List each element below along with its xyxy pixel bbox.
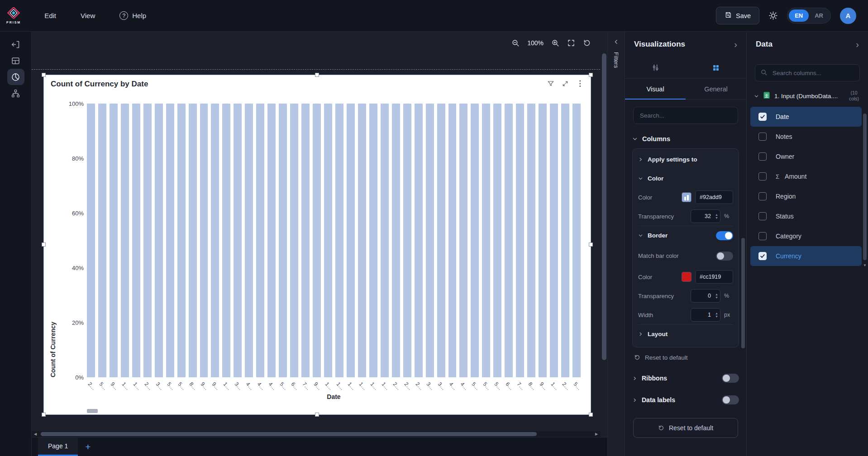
- focus-mode-icon[interactable]: [562, 80, 569, 87]
- bar[interactable]: 7…: [301, 104, 310, 377]
- resize-handle[interactable]: [42, 242, 46, 247]
- bar-rect[interactable]: [200, 104, 208, 377]
- bar-color-hex-input[interactable]: #92add9: [695, 190, 733, 204]
- bar-rect[interactable]: [527, 104, 535, 377]
- border-transparency-input[interactable]: 0 ▲▼: [691, 289, 720, 303]
- bar[interactable]: 8…: [527, 104, 535, 377]
- bar-transparency-input[interactable]: 32 ▲▼: [691, 209, 720, 223]
- bar[interactable]: 1…: [347, 104, 355, 377]
- bar-rect[interactable]: [426, 104, 434, 377]
- bar[interactable]: 8…: [189, 104, 197, 377]
- bar[interactable]: 1…: [132, 104, 140, 377]
- menu-view[interactable]: View: [81, 12, 95, 19]
- bar-rect[interactable]: [471, 104, 479, 377]
- data-labels-section-header[interactable]: Data labels: [632, 389, 739, 411]
- more-options-icon[interactable]: ⋮: [576, 80, 584, 87]
- color-section-header[interactable]: Color: [638, 169, 733, 188]
- border-color-swatch[interactable]: [682, 272, 692, 282]
- bar[interactable]: 3…: [155, 104, 163, 377]
- filter-icon[interactable]: [547, 80, 554, 87]
- bar-rect[interactable]: [381, 104, 389, 377]
- data-panel-scrollbar-thumb[interactable]: [863, 114, 867, 260]
- bar[interactable]: 1…: [222, 104, 230, 377]
- canvas-horizontal-scrollbar-thumb[interactable]: [41, 432, 537, 436]
- bar[interactable]: 2…: [403, 104, 411, 377]
- bar[interactable]: 2…: [415, 104, 423, 377]
- border-width-input[interactable]: 1 ▲▼: [691, 308, 720, 322]
- bar[interactable]: 4…: [245, 104, 253, 377]
- bar-rect[interactable]: [493, 104, 501, 377]
- bar-rect[interactable]: [110, 104, 118, 377]
- field-row-currency[interactable]: Currency: [750, 246, 862, 266]
- bar[interactable]: 5…: [166, 104, 174, 377]
- zoom-out-icon[interactable]: [511, 39, 520, 47]
- bar[interactable]: 2…: [87, 104, 95, 377]
- border-section-header[interactable]: Border: [638, 226, 733, 245]
- bar-rect[interactable]: [98, 104, 106, 377]
- bar-rect[interactable]: [222, 104, 230, 377]
- bar-rect[interactable]: [459, 104, 467, 377]
- bar[interactable]: 2…: [143, 104, 152, 377]
- data-search-input[interactable]: [755, 64, 860, 81]
- bar-rect[interactable]: [177, 104, 186, 377]
- checkbox-unchecked[interactable]: [758, 152, 767, 161]
- bar[interactable]: 3…: [234, 104, 242, 377]
- bar[interactable]: 4…: [256, 104, 264, 377]
- bar[interactable]: 4…: [267, 104, 276, 377]
- bar[interactable]: 6…: [505, 104, 513, 377]
- bar-rect[interactable]: [392, 104, 400, 377]
- columns-section-header[interactable]: Columns: [632, 129, 739, 148]
- filters-label[interactable]: Filters: [613, 52, 620, 68]
- bar-rect[interactable]: [313, 104, 321, 377]
- tab-visual-settings-icon[interactable]: [686, 57, 746, 78]
- stepper-arrows[interactable]: ▲▼: [715, 211, 718, 222]
- theme-toggle-sun-icon[interactable]: [768, 11, 778, 20]
- ribbons-section-header[interactable]: Ribbons: [632, 367, 739, 389]
- bar-rect[interactable]: [143, 104, 152, 377]
- field-row-region[interactable]: Region: [750, 186, 862, 206]
- stepper-arrows[interactable]: ▲▼: [715, 290, 718, 301]
- field-row-owner[interactable]: Owner: [750, 147, 862, 166]
- bar-rect[interactable]: [403, 104, 411, 377]
- tab-visual[interactable]: Visual: [625, 79, 686, 99]
- apply-settings-row[interactable]: Apply settings to: [638, 150, 733, 169]
- bar-rect[interactable]: [121, 104, 129, 377]
- bar[interactable]: 1…: [358, 104, 366, 377]
- field-row-date[interactable]: Date: [750, 107, 862, 127]
- checkbox-unchecked[interactable]: [758, 172, 767, 180]
- language-toggle[interactable]: EN AR: [787, 8, 831, 24]
- stepper-arrows[interactable]: ▲▼: [715, 309, 718, 320]
- add-page-button[interactable]: +: [78, 437, 98, 456]
- bar-rect[interactable]: [87, 104, 95, 377]
- bar[interactable]: 1…: [324, 104, 332, 377]
- scroll-right-arrow[interactable]: ▶: [593, 432, 600, 436]
- fit-to-screen-icon[interactable]: [567, 39, 575, 47]
- bar[interactable]: 5…: [493, 104, 501, 377]
- bar-rect[interactable]: [550, 104, 558, 377]
- bar[interactable]: 5…: [279, 104, 287, 377]
- bar-rect[interactable]: [572, 104, 581, 377]
- tab-general[interactable]: General: [686, 79, 746, 99]
- save-button[interactable]: Save: [716, 7, 759, 24]
- page-tab-1[interactable]: Page 1: [38, 437, 78, 456]
- border-toggle[interactable]: [716, 231, 733, 240]
- checkbox-unchecked[interactable]: [758, 133, 767, 141]
- field-row-status[interactable]: Status: [750, 206, 862, 226]
- resize-handle[interactable]: [315, 413, 319, 417]
- bar[interactable]: 5…: [177, 104, 186, 377]
- bar[interactable]: 7…: [516, 104, 524, 377]
- bar-rect[interactable]: [155, 104, 163, 377]
- reset-to-default-link[interactable]: Reset to default: [632, 347, 739, 367]
- checkbox-unchecked[interactable]: [758, 232, 767, 240]
- reset-zoom-icon[interactable]: [583, 39, 591, 47]
- checkbox-unchecked[interactable]: [758, 192, 767, 200]
- data-labels-toggle[interactable]: [722, 395, 739, 404]
- bar-rect[interactable]: [256, 104, 264, 377]
- bar-rect[interactable]: [448, 104, 457, 377]
- bar-rect[interactable]: [189, 104, 197, 377]
- canvas-vertical-scrollbar-thumb[interactable]: [602, 53, 606, 360]
- bar-rect[interactable]: [245, 104, 253, 377]
- menu-edit[interactable]: Edit: [44, 12, 56, 19]
- resize-handle[interactable]: [589, 73, 593, 77]
- ribbons-toggle[interactable]: [722, 374, 739, 383]
